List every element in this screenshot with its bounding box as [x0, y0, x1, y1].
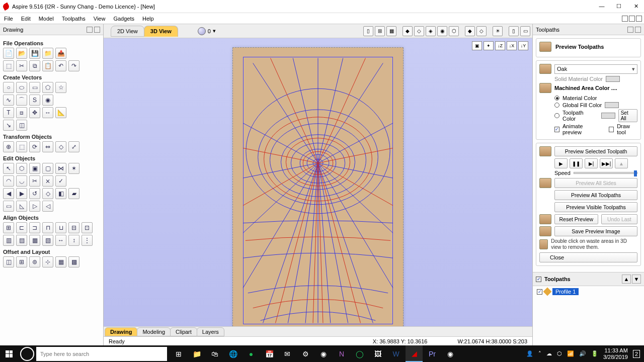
axis-cube-icon[interactable]: ▣ — [472, 41, 482, 50]
obs-icon[interactable]: ◉ — [442, 345, 459, 362]
distribute1-icon[interactable]: ▥ — [3, 235, 14, 246]
tray-clock[interactable]: 11:33 AM 3/28/2019 — [603, 347, 628, 359]
preview-all-sides-button[interactable]: Preview All Sides — [554, 178, 637, 188]
polyline-icon[interactable]: ∿ — [3, 95, 14, 106]
node-edit-icon[interactable]: ⬡ — [16, 163, 27, 174]
tray-dropbox-icon[interactable]: ⬡ — [557, 350, 562, 357]
radio-toolpath-color[interactable] — [554, 113, 559, 118]
open-vector-icon[interactable]: ◀ — [3, 188, 14, 199]
rp-pin-icon[interactable] — [627, 27, 633, 33]
shade2-icon[interactable]: ◇ — [414, 26, 424, 36]
animate-checkbox[interactable] — [554, 127, 559, 132]
btab-drawing[interactable]: Drawing — [105, 327, 137, 336]
close-button[interactable]: ✕ — [631, 3, 641, 10]
save-file-icon[interactable]: 💾 — [29, 48, 40, 59]
window2-icon[interactable]: ▭ — [520, 26, 530, 36]
text-icon[interactable]: T — [3, 107, 14, 118]
circle-icon[interactable]: ○ — [3, 82, 14, 93]
preview-selected-button[interactable]: Preview Selected Toolpath — [554, 146, 637, 156]
break-icon[interactable]: ⨯ — [42, 175, 53, 187]
pause-button[interactable]: ❚❚ — [570, 158, 583, 168]
measure-icon[interactable]: 📐 — [55, 107, 66, 118]
arc-icon[interactable]: ⌒ — [16, 95, 27, 106]
preview-visible-button[interactable]: Preview Visible Toolpaths — [554, 202, 637, 212]
edge-icon[interactable]: 🌐 — [224, 345, 242, 362]
skip-end-button[interactable]: ▶▶| — [600, 158, 613, 168]
space-h-icon[interactable]: ↔ — [55, 235, 66, 246]
tray-up-icon[interactable]: ˄ — [538, 350, 541, 357]
rectangle-icon[interactable]: ▭ — [29, 82, 40, 93]
tray-people-icon[interactable]: 👤 — [526, 350, 533, 357]
fillet-icon[interactable]: ◠ — [3, 175, 14, 187]
star-icon[interactable]: ☆ — [55, 82, 66, 93]
job-setup-icon[interactable]: ⬚ — [3, 60, 14, 71]
taskview-icon[interactable]: ⊞ — [170, 345, 187, 362]
toggle1-icon[interactable]: ◆ — [465, 26, 475, 36]
onenote-icon[interactable]: N — [333, 345, 350, 362]
whatsapp-icon[interactable]: ◯ — [351, 345, 368, 362]
globe-icon[interactable] — [198, 27, 206, 35]
cut-icon[interactable]: ✂ — [16, 60, 27, 71]
import-icon[interactable]: 📁 — [42, 48, 53, 59]
drawtool-checkbox[interactable] — [609, 127, 614, 132]
paste-icon[interactable]: 📋 — [42, 60, 53, 71]
tray-volume-icon[interactable]: 🔊 — [579, 350, 586, 357]
store-icon[interactable]: 🛍 — [206, 345, 223, 362]
boolean-icon[interactable]: ◧ — [55, 188, 66, 199]
tray-wifi-icon[interactable]: 📶 — [567, 350, 574, 357]
preview-all-button[interactable]: Preview All Toolpaths — [554, 190, 637, 200]
menu-gadgets[interactable]: Gadgets — [113, 16, 134, 22]
radio-global-fill[interactable] — [554, 103, 559, 108]
shade5-icon[interactable]: ⬡ — [449, 26, 459, 36]
align-left-icon[interactable]: ⊏ — [16, 222, 27, 233]
taskbar-search[interactable]: Type here to search — [36, 347, 167, 361]
select-icon[interactable]: ↖ — [3, 163, 14, 174]
cortana-icon[interactable] — [20, 347, 34, 361]
trim-icon[interactable]: ✂ — [29, 175, 40, 187]
group-icon[interactable]: ▣ — [29, 163, 40, 174]
pin-icon[interactable] — [87, 27, 93, 33]
align-bottom-icon[interactable]: ⊔ — [55, 222, 66, 233]
save-preview-image-button[interactable]: Save Preview Image — [554, 226, 637, 236]
edit2-icon[interactable]: ◺ — [16, 201, 27, 212]
distribute2-icon[interactable]: ▤ — [16, 235, 27, 246]
explorer-icon[interactable]: 📁 — [188, 345, 205, 362]
axis-iso-icon[interactable]: ✦ — [484, 41, 494, 50]
offset-icon[interactable]: ◫ — [3, 256, 14, 267]
solid-color-swatch[interactable] — [606, 76, 620, 82]
tab-2dview[interactable]: 2D View — [111, 26, 144, 37]
axis-x-icon[interactable]: ↓X — [507, 41, 517, 50]
tile-4-icon[interactable]: ⊞ — [375, 26, 385, 36]
mdi-minimize-icon[interactable] — [622, 16, 628, 22]
export-icon[interactable]: 📤 — [55, 48, 66, 59]
weld-icon[interactable]: ✶ — [68, 163, 79, 174]
btab-layers[interactable]: Layers — [197, 327, 224, 336]
bezier-icon[interactable]: ↘ — [3, 120, 14, 131]
spiral-icon[interactable]: ◉ — [42, 95, 53, 106]
align-top-icon[interactable]: ⊓ — [42, 222, 53, 233]
tpitem-checkbox[interactable] — [537, 289, 542, 295]
text-box-icon[interactable]: ⧈ — [16, 107, 27, 118]
global-fill-swatch[interactable] — [605, 102, 619, 108]
distribute4-icon[interactable]: ▧ — [42, 235, 53, 246]
open-file-icon[interactable]: 📂 — [16, 48, 27, 59]
3d-canvas[interactable]: ▣ ✦ ↓Z ↓X ↓Y — [104, 38, 532, 326]
minimize-button[interactable]: — — [597, 3, 607, 10]
edit4-icon[interactable]: ◁ — [42, 201, 53, 212]
align-vcenter-icon[interactable]: ⊡ — [82, 222, 93, 233]
mdi-restore-icon[interactable] — [629, 16, 635, 22]
spotify-icon[interactable]: ● — [243, 345, 260, 362]
edit1-icon[interactable]: ▭ — [3, 201, 14, 212]
texture-icon[interactable]: ◫ — [16, 120, 27, 131]
undo-last-button[interactable]: Undo Last — [601, 214, 637, 224]
tpitem-name[interactable]: Profile 1 — [552, 288, 579, 295]
rp-toggle-icon[interactable] — [635, 27, 641, 33]
ungroup-icon[interactable]: ▢ — [42, 163, 53, 174]
slice-icon[interactable]: ▰ — [68, 188, 79, 199]
polygon-icon[interactable]: ⬠ — [42, 82, 53, 93]
panel-toggle-icon[interactable] — [94, 27, 100, 33]
undo-icon[interactable]: ↶ — [55, 60, 66, 71]
btab-clipart[interactable]: Clipart — [170, 327, 197, 336]
mdi-close-icon[interactable] — [636, 16, 642, 22]
offset-vector-icon[interactable]: ◇ — [42, 188, 53, 199]
